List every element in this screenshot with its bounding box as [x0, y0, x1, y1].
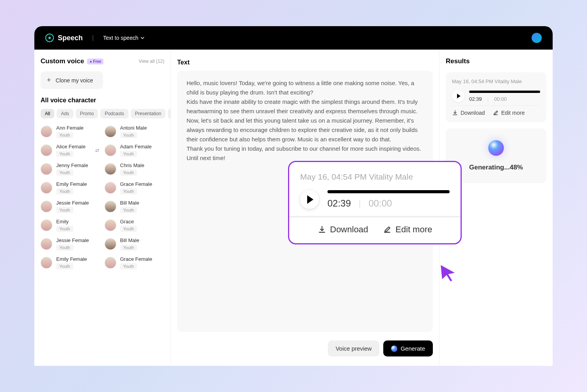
adjust-icon[interactable]: ⇄	[95, 148, 99, 153]
voice-name: Emily	[56, 219, 73, 225]
voice-name: Emily Female	[56, 256, 87, 262]
voice-item[interactable]: Antoni Male Youth	[105, 125, 165, 138]
dropdown-label: Text to speech	[103, 35, 138, 41]
app-window: Speech | Text to speech Custom voice ● F…	[34, 26, 553, 366]
progress-bar[interactable]	[469, 91, 540, 93]
popup-download-button[interactable]: Download	[318, 225, 368, 235]
voice-name: Alice Female	[56, 144, 85, 150]
voice-preview-button[interactable]: Voice preview	[328, 340, 380, 356]
voice-avatar	[41, 144, 52, 156]
edit-more-button[interactable]: Edit more	[493, 110, 525, 116]
voice-avatar	[41, 163, 52, 175]
result-player: 02:39 | 00:00	[452, 90, 540, 102]
voice-name: Grace Female	[120, 181, 152, 187]
filter-button[interactable]	[168, 109, 171, 119]
tab-ads[interactable]: Ads	[57, 109, 73, 118]
voice-avatar	[41, 257, 52, 269]
plus-icon: +	[47, 76, 51, 84]
popup-progress-bar[interactable]	[327, 190, 450, 193]
voice-item[interactable]: Chris Male Youth	[105, 162, 165, 176]
play-icon	[307, 195, 313, 204]
tab-all[interactable]: All	[41, 109, 54, 118]
view-all-link[interactable]: View all (12)	[139, 59, 164, 64]
generating-orb-icon	[488, 140, 504, 156]
voice-tag: Youth	[120, 244, 137, 251]
voice-item[interactable]: Alice Female Youth ⇄	[41, 144, 101, 157]
voice-tag: Youth	[120, 188, 137, 194]
sidebar: Custom voice ● Free View all (12) + Clon…	[34, 50, 171, 366]
voice-avatar	[105, 182, 116, 194]
tab-presentation[interactable]: Presentation	[131, 109, 165, 118]
cursor-pointer-icon	[436, 260, 460, 284]
brand-text: Speech	[58, 34, 83, 42]
clone-voice-button[interactable]: + Clone my voice	[41, 71, 103, 89]
voice-name: Jessie Female	[56, 237, 89, 243]
voice-avatar	[105, 219, 116, 231]
voice-tag: Youth	[56, 188, 73, 194]
voice-tag: Youth	[56, 169, 73, 176]
voice-item[interactable]: Grace Female Youth	[105, 181, 165, 194]
mode-dropdown[interactable]: Text to speech	[103, 35, 144, 41]
voice-name: Antoni Male	[120, 125, 147, 131]
voice-name: Adam Female	[120, 144, 152, 150]
custom-voice-title: Custom voice ● Free	[41, 57, 103, 65]
category-tabs: All Ads Promo Podcasts Presentation	[41, 109, 164, 119]
popup-play-button[interactable]	[300, 190, 319, 209]
voice-item[interactable]: Adam Female Youth	[105, 144, 165, 157]
voice-avatar	[105, 201, 116, 212]
play-button[interactable]	[452, 90, 464, 102]
voices-grid: Ann Female Youth Antoni Male Youth Alice…	[41, 125, 164, 269]
download-button[interactable]: Download	[452, 110, 485, 116]
generate-button[interactable]: Generate	[383, 340, 433, 356]
voice-item[interactable]: Bill Male Youth	[105, 237, 165, 251]
duration-time: 00:00	[494, 96, 507, 102]
voice-name: Jessie Female	[56, 200, 89, 206]
voice-tag: Youth	[56, 244, 73, 251]
tab-promo[interactable]: Promo	[76, 109, 98, 118]
brand: Speech	[45, 34, 83, 42]
voice-item[interactable]: Grace Youth	[105, 219, 165, 232]
result-timestamp: May 16, 04:54 PM Vitality Male	[452, 78, 540, 84]
voice-item[interactable]: Jessie Female Youth	[41, 237, 101, 251]
generating-text: Generating...48%	[452, 164, 540, 171]
play-icon	[457, 94, 461, 98]
user-avatar[interactable]	[532, 33, 542, 43]
voice-item[interactable]: Jessie Female Youth	[41, 200, 101, 213]
result-actions: Download Edit more	[452, 105, 540, 116]
popup-player: 02:39 | 00:00	[300, 190, 450, 209]
voice-item[interactable]: Grace Female Youth	[105, 256, 165, 269]
edit-icon	[493, 110, 499, 116]
result-popup: May 16, 04:54 PM Vitality Male 02:39 | 0…	[288, 161, 462, 244]
voice-tag: Youth	[56, 151, 73, 157]
popup-timestamp: May 16, 04:54 PM Vitality Male	[300, 172, 450, 182]
popup-edit-button[interactable]: Edit more	[383, 225, 432, 235]
action-bar: Voice preview Generate	[177, 337, 433, 356]
voice-avatar	[105, 126, 116, 137]
voice-avatar	[41, 238, 52, 250]
voice-tag: Youth	[56, 226, 73, 232]
voice-item[interactable]: Ann Female Youth	[41, 125, 101, 138]
voice-tag: Youth	[120, 169, 137, 176]
voice-name: Grace Female	[120, 256, 152, 262]
voice-tag: Youth	[120, 207, 137, 213]
voice-item[interactable]: Emily Female Youth	[41, 256, 101, 269]
voice-item[interactable]: Bill Male Youth	[105, 200, 165, 213]
result-card: May 16, 04:54 PM Vitality Male 02:39 | 0…	[446, 72, 546, 122]
brand-icon	[45, 34, 54, 42]
voice-item[interactable]: Jenny Female Youth	[41, 162, 101, 176]
voice-name: Grace	[120, 219, 137, 225]
voice-name: Emily Female	[56, 181, 87, 187]
popup-actions: Download Edit more	[300, 225, 450, 235]
voice-name: Chris Male	[120, 162, 144, 168]
voice-tag: Youth	[120, 132, 137, 138]
tab-podcasts[interactable]: Podcasts	[100, 109, 128, 118]
voice-avatar	[105, 163, 116, 175]
voice-name: Bill Male	[120, 237, 139, 243]
voice-tag: Youth	[120, 226, 137, 232]
divider	[289, 216, 461, 217]
voice-item[interactable]: Emily Female Youth	[41, 181, 101, 194]
voice-tag: Youth	[56, 263, 73, 269]
voice-avatar	[105, 257, 116, 269]
voice-item[interactable]: Emily Youth	[41, 219, 101, 232]
voice-avatar	[41, 201, 52, 212]
